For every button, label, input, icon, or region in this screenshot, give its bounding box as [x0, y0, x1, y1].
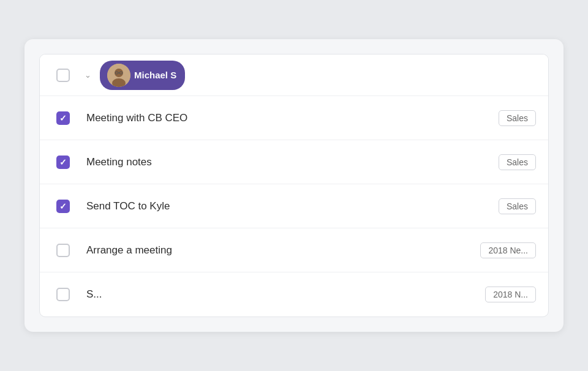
task-name: S...: [86, 288, 477, 301]
task-rows-container: ✓Meeting with CB CEOSales✓Meeting notesS…: [40, 96, 548, 317]
task-row: ✓Meeting with CB CEOSales: [40, 96, 548, 140]
checkbox-checked[interactable]: ✓: [56, 111, 70, 125]
task-tag[interactable]: 2018 N...: [485, 287, 536, 302]
chevron-down-icon: ⌄: [85, 70, 91, 80]
task-row: Arrange a meeting2018 Ne...: [40, 228, 548, 272]
task-checkbox-area[interactable]: ✓: [52, 156, 74, 169]
task-name: Arrange a meeting: [86, 244, 472, 257]
checkbox-checked[interactable]: ✓: [56, 156, 70, 169]
checkmark-icon: ✓: [59, 158, 67, 167]
checkbox-empty[interactable]: [56, 288, 70, 301]
checkmark-icon: ✓: [59, 114, 67, 122]
task-row: ✓Send TOC to KyleSales: [40, 184, 548, 228]
header-checkbox[interactable]: [56, 69, 70, 82]
task-tag[interactable]: Sales: [499, 154, 536, 170]
task-row: S...2018 N...: [40, 272, 548, 317]
chevron-area[interactable]: ⌄: [79, 70, 96, 80]
task-list-card: ⌄ Michael S: [39, 54, 549, 317]
user-header-row: ⌄ Michael S: [40, 54, 548, 96]
checkbox-checked[interactable]: ✓: [56, 200, 70, 213]
user-badge[interactable]: Michael S: [100, 61, 185, 90]
task-name: Send TOC to Kyle: [86, 200, 490, 212]
task-tag[interactable]: Sales: [499, 110, 536, 126]
task-tag[interactable]: Sales: [499, 198, 536, 214]
task-checkbox-area[interactable]: ✓: [52, 200, 74, 213]
task-checkbox-area[interactable]: ✓: [52, 111, 74, 125]
checkmark-icon: ✓: [59, 202, 67, 211]
task-checkbox-area[interactable]: [52, 288, 74, 301]
user-name: Michael S: [134, 70, 176, 80]
task-checkbox-area[interactable]: [52, 244, 74, 257]
task-row: ✓Meeting notesSales: [40, 140, 548, 184]
checkbox-empty[interactable]: [56, 244, 70, 257]
outer-card: ⌄ Michael S: [24, 39, 564, 332]
task-name: Meeting notes: [86, 156, 490, 168]
task-name: Meeting with CB CEO: [86, 112, 490, 124]
task-tag[interactable]: 2018 Ne...: [480, 242, 536, 258]
avatar: [107, 64, 130, 87]
header-checkbox-area[interactable]: [52, 69, 74, 82]
